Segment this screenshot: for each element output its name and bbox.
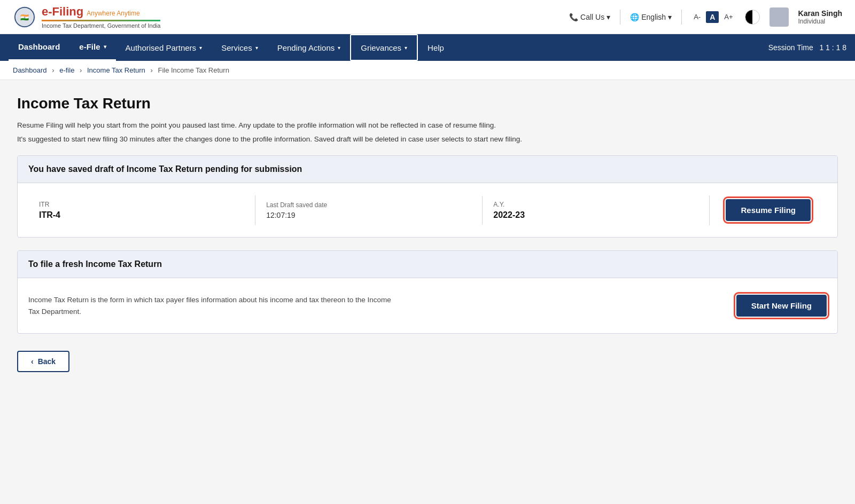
divider-2 <box>681 10 682 25</box>
info-text-line1: Resume Filing will help you start from t… <box>17 120 838 131</box>
logo-area: 🇮🇳 e-Filing Anywhere Anytime Income Tax … <box>13 5 160 29</box>
back-label: Back <box>38 357 56 366</box>
nav-item-efile[interactable]: e-File ▾ <box>69 34 115 61</box>
nav-label-grievances: Grievances <box>361 43 401 52</box>
breadcrumb-current: File Income Tax Return <box>158 66 229 74</box>
partners-chevron-icon: ▾ <box>199 45 202 51</box>
itr-date-value: 12:07:19 <box>266 211 471 219</box>
font-increase-button[interactable]: A+ <box>722 12 735 22</box>
session-time: Session Time 1 1 : 1 8 <box>768 43 846 52</box>
draft-card-header: You have saved draft of Income Tax Retur… <box>18 156 837 183</box>
resume-filing-button[interactable]: Resume Filing <box>726 199 811 221</box>
fresh-filing-description: Income Tax Return is the form in which t… <box>28 294 402 317</box>
breadcrumb-efile[interactable]: e-file <box>59 66 74 74</box>
back-arrow-icon: ‹ <box>31 357 34 366</box>
itr-ay-label: A.Y. <box>493 201 698 208</box>
back-button[interactable]: ‹ Back <box>17 351 69 372</box>
nav-item-grievances[interactable]: Grievances ▾ <box>350 34 418 61</box>
nav-item-dashboard[interactable]: Dashboard <box>9 34 69 61</box>
font-controls: A- A A+ <box>691 11 735 23</box>
call-us-chevron: ▾ <box>607 13 610 21</box>
itr-type-cell: ITR ITR-4 <box>28 195 255 225</box>
divider-1 <box>620 10 620 25</box>
phone-icon: 📞 <box>569 13 578 21</box>
itr-ay-value: 2022-23 <box>493 210 698 220</box>
call-us-button[interactable]: 📞 Call Us ▾ <box>569 13 610 21</box>
nav-item-pending-actions[interactable]: Pending Actions ▾ <box>268 34 351 61</box>
start-new-filing-button[interactable]: Start New Filing <box>736 295 827 317</box>
nav-item-services[interactable]: Services ▾ <box>212 34 268 61</box>
main-content: Income Tax Return Resume Filing will hel… <box>0 80 855 504</box>
nav-label-dashboard: Dashboard <box>18 42 60 51</box>
top-bar-right: 📞 Call Us ▾ 🌐 English ▾ A- A A+ Karan Si… <box>569 7 842 27</box>
user-role: Individual <box>798 18 842 25</box>
services-chevron-icon: ▾ <box>255 45 258 51</box>
nav-label-help: Help <box>428 43 444 52</box>
logo-subtitle: Income Tax Department, Government of Ind… <box>42 22 160 29</box>
page-title: Income Tax Return <box>17 95 838 112</box>
breadcrumb-itr[interactable]: Income Tax Return <box>87 66 145 74</box>
breadcrumb-sep-1: › <box>52 66 54 74</box>
info-text-line2: It's suggested to start new filing 30 mi… <box>17 133 838 145</box>
itr-date-label: Last Draft saved date <box>266 201 471 209</box>
top-bar: 🇮🇳 e-Filing Anywhere Anytime Income Tax … <box>0 0 855 34</box>
itr-row: ITR ITR-4 Last Draft saved date 12:07:19… <box>28 194 827 226</box>
breadcrumb-sep-2: › <box>80 66 82 74</box>
call-us-label: Call Us <box>580 13 604 21</box>
fresh-card: To file a fresh Income Tax Return Income… <box>17 250 838 334</box>
nav-label-pending-actions: Pending Actions <box>277 43 335 52</box>
itr-date-cell: Last Draft saved date 12:07:19 <box>255 196 483 225</box>
nav-item-help[interactable]: Help <box>418 34 454 61</box>
font-decrease-button[interactable]: A- <box>691 12 703 22</box>
fresh-card-body: Income Tax Return is the form in which t… <box>18 278 837 333</box>
nav-label-services: Services <box>221 43 252 52</box>
language-selector[interactable]: 🌐 English ▾ <box>630 13 672 21</box>
contrast-button[interactable] <box>745 10 760 25</box>
lang-chevron: ▾ <box>668 13 672 21</box>
draft-card-body: ITR ITR-4 Last Draft saved date 12:07:19… <box>18 183 837 237</box>
svg-text:🇮🇳: 🇮🇳 <box>20 13 29 22</box>
nav-bar: Dashboard e-File ▾ Authorised Partners ▾… <box>0 34 855 61</box>
logo-text: e-Filing Anywhere Anytime Income Tax Dep… <box>42 5 160 29</box>
language-label: English <box>641 13 666 21</box>
breadcrumb: Dashboard › e-file › Income Tax Return ›… <box>0 61 855 80</box>
pending-chevron-icon: ▾ <box>338 45 340 51</box>
breadcrumb-sep-3: › <box>150 66 152 74</box>
breadcrumb-dashboard[interactable]: Dashboard <box>13 66 47 74</box>
fresh-card-row: Income Tax Return is the form in which t… <box>28 289 827 322</box>
user-name[interactable]: Karan Singh <box>798 9 842 18</box>
back-section: ‹ Back <box>17 351 838 383</box>
itr-type-value: ITR-4 <box>39 210 244 220</box>
session-time-value: 1 1 : 1 8 <box>819 43 846 52</box>
user-avatar <box>770 7 789 27</box>
user-info: Karan Singh Individual <box>798 9 842 25</box>
draft-card: You have saved draft of Income Tax Retur… <box>17 155 838 238</box>
globe-icon: 🌐 <box>630 13 639 21</box>
font-normal-button[interactable]: A <box>706 11 719 23</box>
itr-type-label: ITR <box>39 201 244 208</box>
grievances-chevron-icon: ▾ <box>405 45 407 51</box>
nav-label-authorised-partners: Authorised Partners <box>126 43 197 52</box>
itr-resume-action: Resume Filing <box>710 194 827 226</box>
nav-item-authorised-partners[interactable]: Authorised Partners ▾ <box>116 34 212 61</box>
logo-title: e-Filing <box>42 5 83 19</box>
efile-chevron-icon: ▾ <box>104 44 106 50</box>
logo-anywhere: Anywhere Anytime <box>87 10 139 17</box>
nav-label-efile: e-File <box>79 42 100 51</box>
fresh-card-header: To file a fresh Income Tax Return <box>18 251 837 278</box>
emblem-icon: 🇮🇳 <box>13 5 36 29</box>
session-time-label: Session Time <box>768 43 813 52</box>
itr-ay-cell: A.Y. 2022-23 <box>483 195 710 225</box>
